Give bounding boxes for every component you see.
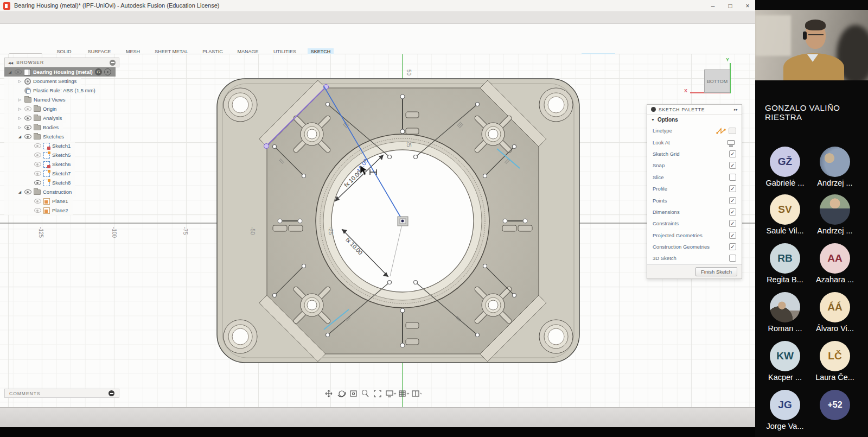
browser-item-construction[interactable]: ◢Construction bbox=[4, 187, 76, 197]
participant-initials-avatar[interactable]: ÁÁ bbox=[820, 292, 850, 322]
close-button[interactable]: × bbox=[740, 1, 755, 11]
visibility-eye-icon[interactable] bbox=[24, 134, 31, 139]
browser-item-document-settings[interactable]: ▷Document Settings bbox=[4, 77, 81, 86]
visibility-eye-icon[interactable] bbox=[34, 180, 41, 185]
visibility-eye-icon[interactable] bbox=[34, 162, 41, 167]
folder-icon bbox=[34, 189, 41, 195]
participant-tile[interactable]: SVSaulė Vil... bbox=[758, 194, 812, 235]
browser-item-named-views[interactable]: ▷Named Views bbox=[4, 95, 69, 104]
browser-item-plastic-rule-abs-1-5-mm-[interactable]: Plastic Rule: ABS (1,5 mm) bbox=[4, 86, 100, 95]
visibility-eye-icon[interactable] bbox=[34, 143, 41, 148]
capture-position-badge[interactable]: G bbox=[95, 68, 102, 75]
viewcube[interactable]: BOTTOM bbox=[704, 69, 730, 93]
participant-tile[interactable]: ÁÁÁlvaro Vi... bbox=[808, 292, 862, 333]
dimensions-checkbox[interactable]: ✓ bbox=[729, 208, 736, 216]
participant-tile[interactable]: RBRegita B... bbox=[758, 243, 812, 284]
model-canvas[interactable]: fx 10.00 10.00 fx 10.00 -125 -100 -75 -5… bbox=[0, 54, 755, 407]
expander-icon[interactable]: ◢ bbox=[17, 190, 22, 194]
expander-icon[interactable]: ▷ bbox=[17, 125, 22, 130]
ribbon: SOLIDSURFACEMESHSHEET METALPLASTICMANAGE… bbox=[0, 24, 755, 54]
participant-photo-avatar[interactable] bbox=[770, 292, 800, 322]
expander-icon[interactable]: ◢ bbox=[17, 135, 22, 139]
snap-checkbox[interactable]: ✓ bbox=[729, 162, 736, 169]
visibility-eye-icon[interactable] bbox=[34, 208, 41, 213]
browser-item-bodies[interactable]: ▷Bodies bbox=[4, 123, 63, 132]
origin-target-icon[interactable] bbox=[104, 68, 111, 75]
participant-initials-avatar[interactable]: AA bbox=[820, 243, 850, 274]
browser-item-plane1[interactable]: Plane1 bbox=[4, 197, 73, 206]
participant-tile[interactable]: AAAzahara ... bbox=[808, 243, 862, 284]
origin-marker[interactable] bbox=[398, 217, 408, 226]
browser-item-sketches[interactable]: ◢Sketches bbox=[4, 132, 68, 141]
options-section-header[interactable]: ▼ Options bbox=[647, 115, 742, 125]
participant-photo-avatar[interactable] bbox=[820, 147, 850, 177]
constraints-checkbox[interactable]: ✓ bbox=[729, 220, 736, 227]
expander-icon[interactable]: ▷ bbox=[17, 116, 22, 121]
browser-item-origin[interactable]: ▷Origin bbox=[4, 104, 61, 113]
look-at-icon[interactable] bbox=[727, 140, 735, 145]
visibility-eye-icon[interactable] bbox=[24, 125, 31, 130]
participant-initials-avatar[interactable]: +52 bbox=[820, 390, 850, 420]
participant-tile[interactable]: Andrzej ... bbox=[808, 147, 862, 187]
visibility-eye-icon[interactable] bbox=[34, 153, 41, 157]
participant-tile[interactable]: GŽGabrielė ... bbox=[758, 147, 812, 187]
browser-display-toggle-icon[interactable] bbox=[110, 60, 116, 66]
participant-tile[interactable]: Roman ... bbox=[758, 292, 812, 333]
item-label: Origin bbox=[43, 106, 56, 112]
minimize-button[interactable]: – bbox=[705, 1, 720, 11]
expander-icon[interactable]: ◢ bbox=[8, 70, 12, 74]
participant-initials-avatar[interactable]: SV bbox=[770, 194, 800, 225]
participant-initials-avatar[interactable]: LČ bbox=[820, 341, 850, 371]
visibility-eye-icon[interactable] bbox=[24, 189, 31, 194]
participant-photo-avatar[interactable] bbox=[820, 194, 850, 225]
points-checkbox[interactable]: ✓ bbox=[729, 197, 736, 204]
finish-sketch-button[interactable]: Finish Sketch bbox=[695, 267, 737, 276]
profile-checkbox[interactable]: ✓ bbox=[729, 185, 736, 192]
options-label: Options bbox=[658, 117, 678, 123]
speaker-headset bbox=[803, 31, 807, 40]
linetype-spline-icon[interactable] bbox=[716, 127, 726, 135]
browser-item-plane2[interactable]: Plane2 bbox=[4, 206, 73, 215]
browser-item-bearing-housing-metal-[interactable]: ◢Bearing Housing (metal)G bbox=[4, 67, 116, 77]
participant-initials-avatar[interactable]: JG bbox=[770, 390, 800, 420]
projected-geometries-checkbox[interactable]: ✓ bbox=[729, 232, 736, 239]
visibility-eye-icon[interactable] bbox=[24, 116, 31, 121]
comments-bar[interactable]: COMMENTS bbox=[4, 389, 119, 398]
3d-sketch-checkbox[interactable] bbox=[729, 255, 736, 262]
expander-icon[interactable]: ▷ bbox=[17, 98, 22, 102]
browser-item-sketch8[interactable]: Sketch8 bbox=[4, 178, 75, 187]
expander-icon[interactable]: ▷ bbox=[17, 107, 22, 111]
participant-tile[interactable]: LČLaura Če... bbox=[808, 341, 862, 382]
slice-checkbox[interactable] bbox=[729, 174, 736, 181]
visibility-eye-icon[interactable] bbox=[15, 69, 22, 74]
plane-icon bbox=[43, 207, 50, 214]
browser-header[interactable]: ◀◀ BROWSER bbox=[4, 58, 119, 67]
construction-geometries-checkbox[interactable]: ✓ bbox=[729, 243, 736, 250]
participant-tile[interactable]: JGJorge Va... bbox=[758, 390, 812, 430]
browser-item-sketch1[interactable]: Sketch1 bbox=[4, 141, 75, 150]
visibility-eye-icon[interactable] bbox=[34, 171, 41, 176]
browser-item-analysis[interactable]: ▷Analysis bbox=[4, 113, 66, 123]
participant-initials-avatar[interactable]: KW bbox=[770, 341, 800, 371]
collapse-panel-icon[interactable]: ◀◀ bbox=[8, 61, 13, 65]
visibility-eye-icon[interactable] bbox=[24, 106, 31, 111]
browser-item-sketch6[interactable]: Sketch6 bbox=[4, 160, 75, 169]
browser-item-sketch7[interactable]: Sketch7 bbox=[4, 169, 75, 178]
sketch-grid-checkbox[interactable]: ✓ bbox=[729, 150, 736, 157]
options-expander-icon[interactable]: ▼ bbox=[651, 118, 655, 122]
comments-expand-icon[interactable] bbox=[108, 390, 114, 396]
participant-initials-avatar[interactable]: RB bbox=[770, 243, 800, 274]
speaker-video-tile[interactable] bbox=[755, 10, 868, 80]
browser-item-sketch5[interactable]: Sketch5 bbox=[4, 150, 75, 160]
participant-tile[interactable]: Andrzej ... bbox=[808, 194, 862, 235]
participant-tile[interactable]: KWKacper ... bbox=[758, 341, 812, 382]
maximize-button[interactable]: □ bbox=[723, 1, 738, 11]
participant-initials-avatar[interactable]: GŽ bbox=[770, 147, 800, 177]
expander-icon[interactable]: ▷ bbox=[17, 79, 22, 84]
sketch-palette-header[interactable]: SKETCH PALETTE ▸▸ bbox=[647, 105, 742, 115]
linetype-chip-icon[interactable] bbox=[729, 128, 736, 134]
visibility-eye-icon[interactable] bbox=[34, 199, 41, 204]
participants-overflow-tile[interactable]: +52 bbox=[808, 390, 862, 422]
navigation-toolbar[interactable] bbox=[324, 389, 422, 398]
palette-collapse-icon[interactable]: ▸▸ bbox=[734, 107, 738, 112]
